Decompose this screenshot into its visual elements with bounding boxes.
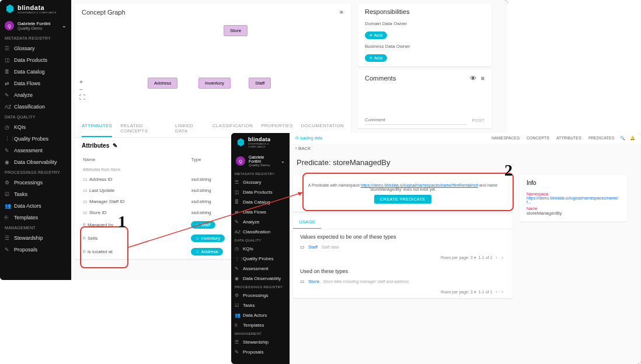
avatar: Q — [5, 21, 14, 30]
nav-analyze[interactable]: ✎Analyze — [0, 89, 71, 101]
assess-icon: ✎ — [235, 266, 240, 271]
chip-inventory[interactable]: Inventory — [191, 235, 225, 242]
logo-icon — [236, 137, 246, 148]
tab-usage[interactable]: USAGE — [293, 216, 321, 229]
info-namespace-link[interactable]: https://demo.blindata.io/logical/namespa… — [527, 196, 618, 204]
search-icon[interactable]: 🔍 — [620, 136, 625, 140]
add-domain-owner[interactable]: Add — [365, 32, 387, 39]
nav-data-obs[interactable]: ◉Data Observability — [0, 156, 71, 168]
nav-proposals[interactable]: ✎Proposals — [0, 244, 71, 256]
chip-staff[interactable]: Staff — [191, 221, 215, 229]
node-inventory[interactable]: Inventory — [198, 78, 231, 89]
topnav-attributes[interactable]: ATTRIBUTES — [556, 136, 581, 140]
zoom-in[interactable]: + — [79, 79, 83, 85]
nav-classification[interactable]: AZClassification — [231, 227, 290, 237]
book-icon: ☰ — [5, 46, 11, 51]
nav-templates[interactable]: ⎘Templates — [0, 212, 71, 223]
user-menu[interactable]: Q Gabriele FontiniQuality Demo ⌄ — [231, 152, 290, 170]
nav-stewardship[interactable]: ☰Stewardship — [231, 337, 290, 347]
user-menu[interactable]: Q Gabriele FontiniQuality Demo ⌄ — [0, 18, 71, 34]
usage-card: USAGE Values expected to be one of these… — [293, 215, 513, 298]
proc-icon: ⚙ — [235, 293, 240, 298]
fullscreen[interactable]: ⛶ — [79, 94, 85, 100]
nav-quality-probes[interactable]: ⋮⋮Quality Probes — [0, 133, 71, 145]
nav-data-catalog[interactable]: ≣Data Catalog — [231, 197, 290, 207]
graph-title: Concept Graph — [82, 9, 126, 16]
probe-icon: ⋮⋮ — [5, 136, 11, 142]
chip-address[interactable]: Address — [191, 248, 222, 256]
nav-quality-probes[interactable]: ⋮⋮Quality Probes — [231, 254, 290, 264]
assess-icon: ✎ — [5, 148, 11, 153]
nav-data-actors[interactable]: 👥Data Actors — [231, 310, 290, 320]
topnav-concepts[interactable]: CONCEPTS — [527, 136, 549, 140]
next-page[interactable]: › — [502, 290, 503, 294]
nav-kqis[interactable]: ◷KQIs — [0, 121, 71, 133]
nav-data-flows[interactable]: ⇄Data Flows — [0, 78, 71, 89]
actor-icon: 👥 — [235, 313, 240, 318]
notifications-icon[interactable]: 🔔 — [630, 136, 635, 140]
nav-assessment[interactable]: ✎Assessment — [231, 264, 290, 274]
nav-stewardship[interactable]: ☰Stewardship — [0, 232, 71, 244]
nav-data-catalog[interactable]: ≣Data Catalog — [0, 66, 71, 78]
nav-proposals[interactable]: ✎Proposals — [231, 347, 290, 357]
tag-icon: AZ — [5, 104, 11, 110]
back-button[interactable]: ‹ BACK — [295, 146, 311, 151]
nav-data-flows[interactable]: ⇄Data Flows — [231, 207, 290, 217]
comments-card: Comments👁≡ POST — [358, 70, 492, 128]
nav-data-actors[interactable]: 👥Data Actors — [0, 200, 71, 212]
nav-glossary[interactable]: ☰Glossary — [231, 177, 290, 187]
annotation-box-1 — [80, 226, 128, 268]
template-icon: ⎘ — [235, 323, 240, 328]
comment-input[interactable] — [365, 116, 467, 125]
flow-icon: ⇄ — [235, 209, 240, 215]
task-icon: ☑ — [235, 303, 240, 308]
flow-icon: ⇄ — [5, 80, 11, 86]
loading-indicator: ⟳ loading data — [295, 136, 322, 141]
nav-templates[interactable]: ⎘Templates — [231, 320, 290, 330]
info-card: Info Namespacehttps://demo.blindata.io/l… — [520, 175, 627, 222]
nav-tasks[interactable]: ☑Tasks — [0, 188, 71, 200]
section-management: MANAGEMENT — [0, 223, 71, 232]
add-business-owner[interactable]: Add — [365, 54, 387, 62]
nav-data-products[interactable]: ◫Data Products — [0, 54, 71, 66]
rpp-select[interactable]: 3 ▾ — [471, 290, 476, 294]
post-button[interactable]: POST — [472, 118, 485, 123]
zoom-out[interactable]: − — [79, 86, 83, 93]
tab-related[interactable]: RELATED CONCEPTS — [120, 120, 167, 137]
node-staff[interactable]: Staff — [249, 78, 271, 89]
nav-data-products[interactable]: ◫Data Products — [231, 187, 290, 197]
topnav-namespaces[interactable]: NAMESPACES — [492, 136, 520, 140]
nav-processings[interactable]: ⚙Processings — [0, 177, 71, 188]
value-row[interactable]: ▭StaffStaff data — [293, 242, 513, 252]
obs-icon: ◉ — [5, 159, 11, 165]
nav-kqis[interactable]: ◷KQIs — [231, 244, 290, 254]
node-store[interactable]: Store — [224, 25, 248, 36]
graph-canvas[interactable]: Store Address Inventory Staff + − ⛶ — [75, 20, 351, 120]
edit-icon[interactable]: ✎ — [113, 142, 117, 149]
sort-icon[interactable]: ≡ — [481, 75, 485, 82]
logo: blindataGOVERNANCE & COMPLIANCE — [231, 133, 290, 152]
tab-attributes[interactable]: ATTRIBUTES — [82, 120, 112, 137]
topnav-predicates[interactable]: PREDICATES — [588, 136, 614, 140]
nav-data-obs[interactable]: ◉Data Observability — [231, 274, 290, 284]
catalog-icon: ≣ — [5, 69, 11, 75]
nav-glossary[interactable]: ☰Glossary — [0, 43, 71, 54]
tab-linked[interactable]: LINKED DATA — [175, 120, 204, 137]
next-page[interactable]: › — [502, 256, 503, 260]
chevron-down-icon: ⌄ — [62, 23, 67, 29]
nav-assessment[interactable]: ✎Assessment — [0, 145, 71, 156]
value-row[interactable]: ▭StoreStore data including manager staff… — [293, 276, 513, 286]
node-address[interactable]: Address — [148, 78, 177, 89]
nav-tasks[interactable]: ☑Tasks — [231, 300, 290, 310]
visibility-icon[interactable]: 👁 — [470, 75, 476, 82]
obs-icon: ◉ — [235, 276, 240, 281]
nav-classification[interactable]: AZClassification — [0, 101, 71, 113]
share-icon[interactable]: ∝ — [339, 8, 344, 16]
rpp-select[interactable]: 3 ▾ — [471, 256, 476, 260]
analyze-icon: ✎ — [5, 92, 11, 98]
nav-analyze[interactable]: ✎Analyze — [231, 217, 290, 227]
prev-page[interactable]: ‹ — [496, 290, 497, 294]
prev-page[interactable]: ‹ — [496, 256, 497, 260]
catalog-icon: ≣ — [235, 200, 240, 205]
nav-processings[interactable]: ⚙Processings — [231, 290, 290, 300]
